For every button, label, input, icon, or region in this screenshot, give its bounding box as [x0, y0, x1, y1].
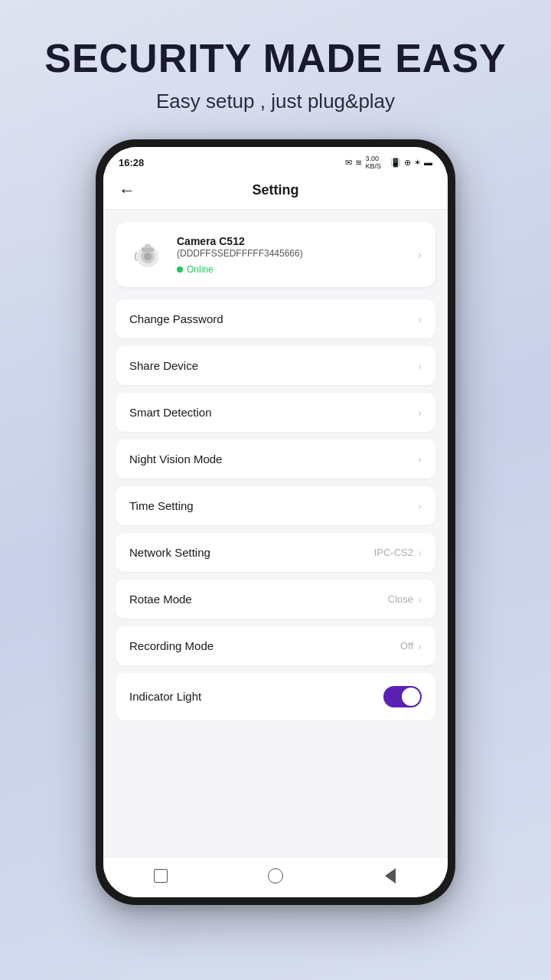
status-time: 16:28 [119, 157, 144, 168]
screen-title: Setting [253, 182, 299, 198]
setting-right: › [418, 359, 422, 372]
circle-icon [268, 868, 283, 884]
page-subtitle: Easy setup , just plug&play [31, 90, 520, 113]
svg-rect-4 [145, 244, 151, 248]
chevron-icon: › [418, 452, 422, 466]
setting-label: Network Setting [129, 546, 210, 559]
battery-icon: ▬ [424, 158, 432, 167]
chevron-icon: › [418, 359, 422, 372]
setting-item[interactable]: Share Device› [116, 346, 435, 385]
chevron-icon: › [418, 499, 422, 512]
page-header: SECURITY MADE EASY Easy setup , just plu… [0, 0, 551, 121]
camera-chevron: › [418, 248, 422, 262]
setting-label: Night Vision Mode [129, 452, 222, 466]
status-bar: 16:28 ✉ ≋ 3.00KB/S 📳 ⊕ ✶ ▬ [103, 147, 448, 175]
setting-right: IPC-CS2› [374, 546, 422, 559]
toggle-knob [402, 688, 420, 706]
setting-item[interactable]: Change Password› [116, 299, 435, 338]
camera-status: Online [177, 264, 407, 275]
setting-item[interactable]: Smart Detection› [116, 393, 435, 432]
camera-card[interactable]: Camera C512 (DDDFFSSEDFFFFF3445666) Onli… [116, 222, 435, 287]
nav-square-button[interactable] [150, 865, 171, 887]
back-button[interactable]: ← [119, 181, 135, 201]
setting-value: Close [388, 593, 413, 605]
camera-name: Camera C512 [177, 234, 407, 248]
camera-id: (DDDFFSSEDFFFFF3445666) [177, 248, 407, 260]
page-title: SECURITY MADE EASY [31, 37, 520, 80]
setting-value: IPC-CS2 [374, 547, 413, 558]
setting-value: Off [400, 640, 413, 652]
setting-item[interactable]: Night Vision Mode› [116, 439, 435, 479]
status-dot [177, 266, 183, 273]
bottom-nav [103, 857, 448, 897]
vibrate-icon: 📳 [390, 158, 401, 168]
bluetooth-icon: ✶ [414, 158, 421, 168]
setting-right: Off› [400, 639, 422, 652]
nav-back-button[interactable] [380, 865, 401, 887]
setting-right: › [418, 312, 422, 325]
setting-label: Change Password [129, 312, 223, 325]
setting-item[interactable]: Indicator Light [116, 673, 435, 720]
triangle-icon [385, 868, 396, 884]
setting-label: Recording Mode [129, 639, 214, 652]
setting-right: › [418, 499, 422, 512]
wifi-icon: ≋ [355, 158, 362, 168]
svg-point-2 [144, 253, 152, 260]
setting-item[interactable]: Recording ModeOff› [116, 626, 435, 665]
square-icon [154, 869, 168, 883]
setting-right: › [418, 452, 422, 466]
chevron-icon: › [418, 406, 422, 419]
screen-content: Camera C512 (DDDFFSSEDFFFFF3445666) Onli… [103, 210, 448, 857]
setting-right [383, 686, 422, 707]
location-icon: ⊕ [404, 158, 411, 168]
setting-item[interactable]: Time Setting› [116, 486, 435, 525]
setting-label: Share Device [129, 359, 198, 372]
chevron-icon: › [418, 312, 422, 325]
camera-icon [129, 237, 166, 273]
nav-home-button[interactable] [265, 865, 286, 887]
setting-label: Time Setting [129, 499, 194, 512]
setting-right: Close› [388, 593, 422, 606]
phone-wrapper: 16:28 ✉ ≋ 3.00KB/S 📳 ⊕ ✶ ▬ ← Setting [96, 139, 455, 905]
setting-label: Indicator Light [129, 690, 201, 703]
status-text: Online [187, 264, 214, 275]
setting-item[interactable]: Rotae ModeClose› [116, 580, 435, 619]
chevron-icon: › [418, 593, 422, 606]
data-speed: 3.00KB/S [365, 155, 381, 170]
setting-label: Smart Detection [129, 406, 212, 419]
setting-item[interactable]: Network SettingIPC-CS2› [116, 533, 435, 572]
toggle-indicator-light[interactable] [383, 686, 422, 707]
setting-right: › [418, 406, 422, 419]
nav-bar: ← Setting [103, 175, 448, 210]
chevron-icon: › [418, 639, 422, 652]
notification-icon: ✉ [345, 158, 352, 168]
status-icons-group: ✉ ≋ 3.00KB/S 📳 ⊕ ✶ ▬ [345, 155, 432, 170]
setting-label: Rotae Mode [129, 593, 192, 606]
camera-info: Camera C512 (DDDFFSSEDFFFFF3445666) Onli… [177, 234, 407, 275]
phone-screen: 16:28 ✉ ≋ 3.00KB/S 📳 ⊕ ✶ ▬ ← Setting [103, 147, 448, 897]
chevron-icon: › [418, 546, 422, 559]
settings-list: Change Password›Share Device›Smart Detec… [116, 299, 435, 727]
